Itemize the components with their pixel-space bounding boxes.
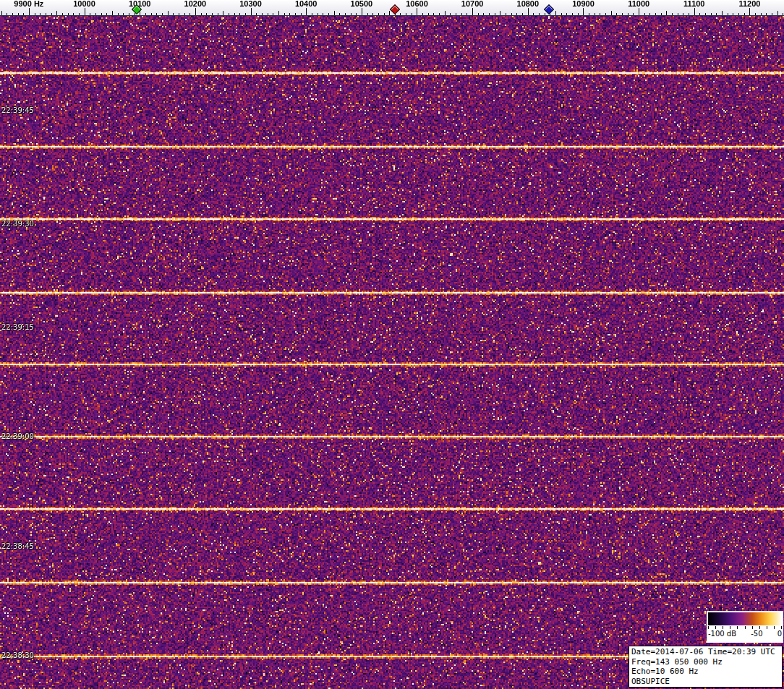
color-scale-mid-label: -50 xyxy=(751,629,762,638)
freq-tick-label: 9900 Hz xyxy=(14,0,43,8)
freq-tick-label: 11100 xyxy=(683,0,704,8)
freq-tick-label: 10900 xyxy=(572,0,595,8)
freq-tick-label: 10800 xyxy=(517,0,540,8)
freq-tick-label: 10400 xyxy=(295,0,318,8)
freq-tick-label: 10000 xyxy=(73,0,95,8)
freq-tick-label: 11000 xyxy=(628,0,649,8)
time-tick-label: 22:39:00 xyxy=(1,432,34,440)
frequency-ruler[interactable]: 9900 Hz100001010010200103001040010500106… xyxy=(0,0,784,16)
time-tick-label: 22:39:30 xyxy=(1,220,34,228)
freq-tick-label: 10700 xyxy=(461,0,484,8)
station-line: OBSUPICE xyxy=(631,677,780,687)
freq-tick-label: 10500 xyxy=(351,0,373,8)
spectrogram-app: 9900 Hz100001010010200103001040010500106… xyxy=(0,0,784,689)
color-scale-panel: -100 dB -50 0 xyxy=(707,611,783,643)
waterfall-display[interactable] xyxy=(0,16,784,689)
freq-tick-label: 10200 xyxy=(184,0,207,8)
status-info-box: Date=2014-07-06 Time=20:39 UTC Freq=143 … xyxy=(629,646,783,688)
echo-line: Echo=10 600 Hz xyxy=(631,667,780,677)
date-time-line: Date=2014-07-06 Time=20:39 UTC xyxy=(631,647,780,657)
time-tick-label: 22:38:30 xyxy=(1,651,34,659)
freq-tick-label: 10300 xyxy=(239,0,262,8)
time-tick-label: 22:39:45 xyxy=(1,106,34,114)
time-tick-label: 22:38:45 xyxy=(1,542,34,550)
time-tick-label: 22:39:15 xyxy=(1,323,34,331)
freq-tick-label: 10600 xyxy=(406,0,428,8)
color-scale-min-label: -100 dB xyxy=(708,629,736,638)
color-scale-max-label: 0 xyxy=(777,629,782,638)
color-scale-labels: -100 dB -50 0 xyxy=(708,629,782,638)
frequency-line: Freq=143 050 000 Hz xyxy=(631,657,780,667)
freq-tick-label: 11200 xyxy=(738,0,760,8)
color-scale-gradient xyxy=(708,612,782,625)
